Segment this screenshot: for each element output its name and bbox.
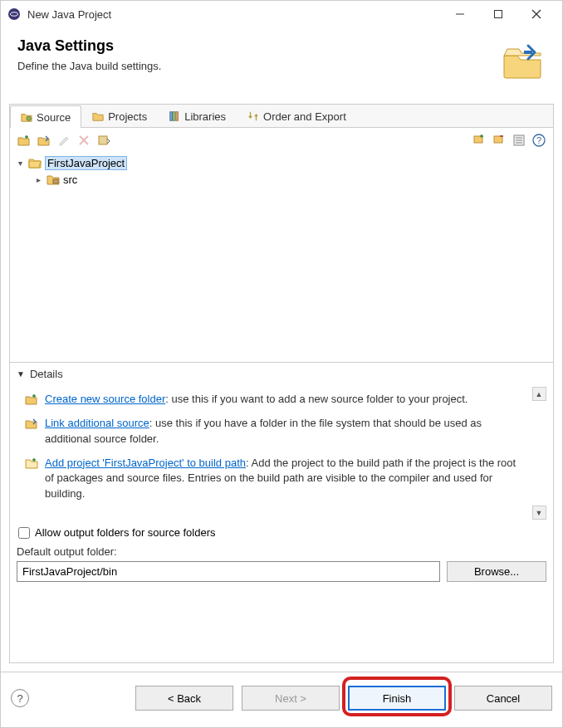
tab-projects-label: Projects xyxy=(108,110,147,123)
svg-rect-13 xyxy=(99,136,107,144)
toggle-button[interactable] xyxy=(95,131,113,149)
chevron-down-icon[interactable]: ▾ xyxy=(15,158,25,168)
svg-rect-15 xyxy=(494,136,502,143)
libraries-icon xyxy=(169,110,180,122)
default-output-input[interactable] xyxy=(17,561,440,582)
titlebar: New Java Project xyxy=(1,1,562,27)
detail-create-source-folder: Create new source folder: use this if yo… xyxy=(25,392,526,408)
tab-order-export[interactable]: Order and Export xyxy=(237,105,357,127)
projects-icon xyxy=(92,110,104,122)
eclipse-icon xyxy=(7,7,21,21)
expand-all-button[interactable] xyxy=(470,131,488,149)
tab-source-label: Source xyxy=(37,111,71,124)
details-header[interactable]: ▼ Details xyxy=(17,368,546,380)
banner-text: Java Settings Define the Java build sett… xyxy=(17,37,161,72)
remove-button xyxy=(75,131,93,149)
scroll-up-button[interactable]: ▲ xyxy=(532,387,546,401)
wizard-footer: ? < Back Next > Finish Cancel xyxy=(1,672,562,727)
details-list: Create new source folder: use this if yo… xyxy=(17,387,531,511)
source-toolbar: ? xyxy=(10,128,553,153)
allow-output-folders-row: Allow output folders for source folders xyxy=(18,526,545,539)
maximize-button[interactable] xyxy=(479,2,517,27)
wizard-banner: Java Settings Define the Java build sett… xyxy=(1,27,562,97)
help-icon[interactable]: ? xyxy=(530,131,548,149)
allow-output-folders-label: Allow output folders for source folders xyxy=(35,526,216,539)
detail-add-project-to-buildpath: Add project 'FirstJavaProject' to build … xyxy=(25,456,526,503)
project-open-icon xyxy=(28,156,42,169)
svg-rect-22 xyxy=(53,179,58,183)
details-section: ▼ Details Create new source folder: use … xyxy=(10,362,553,589)
new-source-folder-icon xyxy=(25,393,38,406)
tree-src-node[interactable]: ▸ src xyxy=(15,171,548,188)
tabs-bar: Source Projects Libraries Order and Expo… xyxy=(10,105,553,128)
collapse-all-button[interactable] xyxy=(490,131,508,149)
banner-heading: Java Settings xyxy=(17,37,161,55)
dialog-window: New Java Project Java Settings Define th… xyxy=(0,0,563,728)
window-title: New Java Project xyxy=(27,8,441,21)
add-source-folder-button[interactable] xyxy=(15,131,33,149)
tab-source[interactable]: Source xyxy=(10,105,81,128)
link-source-button[interactable] xyxy=(35,131,53,149)
source-folder-icon xyxy=(21,111,32,123)
link-source-icon xyxy=(25,417,38,430)
allow-output-folders-checkbox[interactable] xyxy=(18,527,30,539)
browse-button[interactable]: Browse... xyxy=(447,561,546,582)
svg-rect-10 xyxy=(176,112,179,121)
chevron-down-icon: ▼ xyxy=(17,369,25,379)
create-source-folder-desc: : use this if you want to add a new sour… xyxy=(165,393,468,405)
window-controls xyxy=(441,2,556,27)
tree-project-node[interactable]: ▾ FirstJavaProject xyxy=(15,154,548,171)
scroll-down-button[interactable]: ▼ xyxy=(532,506,546,520)
source-tree[interactable]: ▾ FirstJavaProject ▸ src xyxy=(10,153,553,362)
src-label: src xyxy=(63,173,77,186)
svg-point-7 xyxy=(27,116,31,120)
tab-projects[interactable]: Projects xyxy=(81,105,158,127)
default-output-row: Browse... xyxy=(17,561,546,582)
edit-button xyxy=(55,131,73,149)
add-project-buildpath-link[interactable]: Add project 'FirstJavaProject' to build … xyxy=(45,457,246,469)
chevron-right-icon[interactable]: ▸ xyxy=(33,174,43,184)
detail-link-additional-source: Link additional source: use this if you … xyxy=(25,416,526,447)
show-output-button[interactable] xyxy=(510,131,528,149)
add-project-icon xyxy=(25,457,38,470)
details-heading-label: Details xyxy=(30,368,63,380)
svg-rect-9 xyxy=(173,112,175,121)
tab-libraries[interactable]: Libraries xyxy=(158,105,237,127)
banner-subheading: Define the Java build settings. xyxy=(17,60,161,72)
cancel-button[interactable]: Cancel xyxy=(454,686,552,711)
minimize-button[interactable] xyxy=(441,2,479,27)
finish-button[interactable]: Finish xyxy=(348,686,446,711)
svg-text:?: ? xyxy=(536,135,541,145)
order-export-icon xyxy=(247,110,259,122)
build-path-panel: Source Projects Libraries Order and Expo… xyxy=(9,104,554,663)
svg-rect-8 xyxy=(170,112,173,121)
details-scrollbar[interactable]: ▲ ▼ xyxy=(531,387,546,520)
tab-libraries-label: Libraries xyxy=(184,110,226,123)
link-additional-source-link[interactable]: Link additional source xyxy=(45,417,149,429)
close-button[interactable] xyxy=(517,2,556,27)
help-button[interactable]: ? xyxy=(11,689,29,707)
content-area: Source Projects Libraries Order and Expo… xyxy=(1,97,562,672)
package-folder-icon xyxy=(47,173,60,186)
svg-rect-6 xyxy=(524,51,532,54)
svg-rect-3 xyxy=(495,11,502,18)
tab-order-export-label: Order and Export xyxy=(263,110,346,123)
banner-folder-icon xyxy=(499,37,546,84)
create-source-folder-link[interactable]: Create new source folder xyxy=(45,393,165,405)
next-button: Next > xyxy=(242,686,340,711)
back-button[interactable]: < Back xyxy=(135,686,233,711)
default-output-label: Default output folder: xyxy=(17,545,546,558)
project-name-label: FirstJavaProject xyxy=(45,156,127,170)
